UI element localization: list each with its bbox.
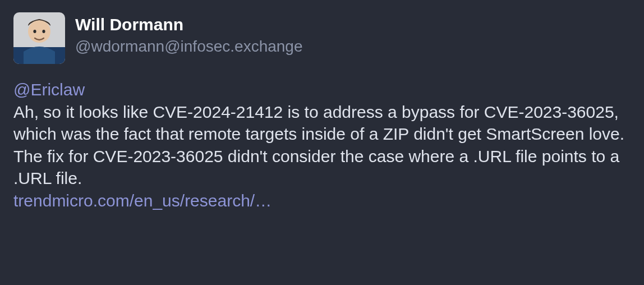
avatar-image bbox=[13, 12, 65, 64]
external-link[interactable]: trendmicro.com/en_us/research/… bbox=[13, 191, 272, 210]
post-body: @Ericlaw Ah, so it looks like CVE-2024-2… bbox=[13, 79, 631, 212]
author-display-name[interactable]: Will Dormann bbox=[75, 15, 303, 35]
post-header: Will Dormann @wdormann@infosec.exchange bbox=[13, 12, 631, 64]
svg-point-4 bbox=[42, 30, 45, 33]
author-handle[interactable]: @wdormann@infosec.exchange bbox=[75, 36, 303, 57]
svg-point-3 bbox=[33, 30, 36, 33]
post-paragraph-1: Ah, so it looks like CVE-2024-21412 is t… bbox=[13, 103, 624, 144]
post-paragraph-2: The fix for CVE-2023-36025 didn't consid… bbox=[13, 147, 619, 188]
author-identity: Will Dormann @wdormann@infosec.exchange bbox=[75, 12, 303, 57]
mention-link[interactable]: @Ericlaw bbox=[13, 80, 85, 99]
post: Will Dormann @wdormann@infosec.exchange … bbox=[13, 12, 631, 212]
avatar[interactable] bbox=[13, 12, 65, 64]
